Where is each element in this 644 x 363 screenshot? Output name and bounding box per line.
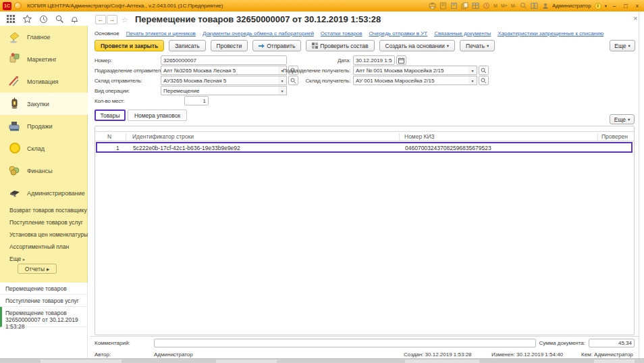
close-window-button[interactable]: × xyxy=(633,3,641,9)
close-document-icon[interactable]: × xyxy=(633,14,637,22)
dropdown-icon[interactable]: ▾ xyxy=(278,86,287,95)
save-file-icon[interactable] xyxy=(450,2,458,9)
grid-check-icon xyxy=(312,43,318,49)
page-tab-packages[interactable]: Номера упаковок xyxy=(128,110,187,121)
history-item[interactable]: Поступление товаров услуг xyxy=(0,295,87,307)
send-button[interactable]: Отправить xyxy=(252,40,301,51)
column-header-kiz[interactable]: Номер КИЗ xyxy=(404,133,435,140)
warehouse-to-label: Склад получатель: xyxy=(263,78,350,84)
restore-button[interactable]: □ xyxy=(622,3,630,9)
favorite-toggle-icon[interactable]: ☆ xyxy=(122,16,128,24)
history-icon[interactable] xyxy=(39,15,48,24)
column-header-row-id[interactable]: Идентификатор строки xyxy=(132,133,194,140)
caret-down-icon[interactable]: ▾ xyxy=(605,3,607,9)
create-based-on-button[interactable]: Создать на основании▾ xyxy=(379,40,455,51)
reports-button[interactable]: Отчеты▸ xyxy=(18,264,57,274)
tab-print-labels[interactable]: Печать этикеток и ценников xyxy=(126,30,196,37)
comment-input[interactable] xyxy=(154,339,536,347)
zoom-icon[interactable] xyxy=(520,2,527,9)
sidebar-command-price-setting[interactable]: Установка цен номенклатуры xyxy=(9,231,88,238)
sidebar-item-administration[interactable]: Администрирование xyxy=(0,182,88,204)
history-item-current[interactable]: Перемещение товаров 32650000007 от 30.12… xyxy=(0,307,87,327)
print-button[interactable]: Печать▾ xyxy=(460,40,495,51)
sidebar-item-sales[interactable]: Продажи xyxy=(0,115,88,137)
titlebar-user-name[interactable]: Администратор xyxy=(552,3,591,9)
tab-main[interactable]: Основное xyxy=(95,30,119,37)
sidebar-item-marketing[interactable]: Маркетинг xyxy=(0,48,88,70)
sidebar-item-main[interactable]: Главное xyxy=(0,26,88,48)
date-input[interactable] xyxy=(353,55,395,65)
sidebar-item-purchases[interactable]: Закупки xyxy=(0,93,88,115)
table-row-selected[interactable]: 1 5c222e0b-17cf-42c1-b636-19e33b9e9e92 0… xyxy=(96,142,633,153)
date-field[interactable] xyxy=(353,55,406,65)
columns-icon[interactable] xyxy=(531,2,538,9)
search-icon[interactable] xyxy=(55,15,64,24)
sidebar-command-assortment-plan[interactable]: Ассортиментный план xyxy=(9,243,69,250)
history-item[interactable]: Перемещение товаров xyxy=(0,283,87,295)
forward-button[interactable]: → xyxy=(107,15,117,24)
tab-lab-exchange-queue[interactable]: Документы очередь обмена с лабораторией xyxy=(203,30,314,37)
minimize-button[interactable]: – xyxy=(610,3,618,9)
page-tab-goods[interactable]: Товары xyxy=(95,110,126,121)
department-to-field[interactable]: ▾ xyxy=(353,66,489,75)
back-button[interactable]: ← xyxy=(95,15,106,24)
places-count-field[interactable] xyxy=(184,96,209,105)
coins-icon xyxy=(7,164,22,178)
dropdown-icon[interactable]: ▾ xyxy=(468,76,477,85)
favorites-star-icon[interactable] xyxy=(23,15,32,24)
sidebar-command-return-to-supplier[interactable]: Возврат товаров поставщику xyxy=(9,207,87,214)
toolbar-more-button[interactable]: Еще▾ xyxy=(610,40,635,51)
menu-grid-icon[interactable] xyxy=(7,15,16,24)
window-right-edge xyxy=(639,11,639,358)
department-from-input[interactable] xyxy=(161,66,278,75)
copy-icon[interactable] xyxy=(461,2,468,9)
sidebar-command-more[interactable]: Еще ▸ xyxy=(9,256,25,262)
sidebar-item-motivation[interactable]: Мотивация xyxy=(0,70,88,93)
tab-related-documents[interactable]: Связанные документы xyxy=(434,30,491,37)
sidebar-command-goods-receipt[interactable]: Поступление товаров услуг xyxy=(9,219,83,226)
taskbar-segment xyxy=(41,360,122,363)
tab-ut-send-queue[interactable]: Очередь отправки в УТ xyxy=(369,30,428,37)
tab-forbidden-characteristics[interactable]: Характеристики запрещенные к списанию xyxy=(498,30,603,37)
calendar-icon[interactable] xyxy=(396,55,406,65)
warehouse-from-input[interactable] xyxy=(161,76,278,85)
tab-goods-remains[interactable]: Остатки товаров xyxy=(321,30,363,37)
author-label: Автор: xyxy=(95,352,111,358)
memory-mminus-button[interactable]: M- xyxy=(511,3,516,8)
places-count-input[interactable] xyxy=(184,96,209,105)
memory-m-button[interactable]: M xyxy=(493,3,498,8)
info-icon[interactable]: i xyxy=(595,3,601,9)
post-and-close-button[interactable]: Провести и закрыть xyxy=(95,40,164,51)
open-magnifier-icon[interactable] xyxy=(479,76,489,85)
window-titlebar: 1С КОПИЯ ЦЕНТРА/Администратор/Софт-Аптек… xyxy=(0,0,644,11)
notifications-bell-icon[interactable] xyxy=(70,15,79,24)
warehouse-to-input[interactable] xyxy=(353,76,468,85)
column-header-checked[interactable]: Проверен xyxy=(601,133,628,140)
sidebar-item-label: Закупки xyxy=(27,101,49,107)
warehouse-to-field[interactable]: ▾ xyxy=(353,76,489,85)
open-magnifier-icon[interactable] xyxy=(479,66,489,75)
operation-type-field[interactable]: ▾ xyxy=(161,86,287,95)
table-icon[interactable] xyxy=(472,2,479,9)
department-to-input[interactable] xyxy=(353,66,468,75)
memory-mplus-button[interactable]: M+ xyxy=(501,3,508,8)
post-button[interactable]: Провести xyxy=(211,40,248,51)
modified-timestamp: Изменен: 30.12.2019 1:54:40 xyxy=(491,352,563,358)
history-clock-icon[interactable] xyxy=(483,2,490,9)
dropdown-icon[interactable]: ▾ xyxy=(468,66,477,75)
table-more-button[interactable]: Еще▾ xyxy=(610,114,635,124)
lantern-icon xyxy=(7,97,22,112)
print-icon[interactable] xyxy=(429,2,436,9)
operation-type-select[interactable] xyxy=(161,86,278,95)
sidebar-item-label: Финансы xyxy=(27,168,53,174)
taskbar-segment xyxy=(216,360,277,363)
cell-n: 1 xyxy=(116,145,119,151)
sidebar-item-warehouse[interactable]: Склад xyxy=(0,137,88,160)
1c-application-window: 1С КОПИЯ ЦЕНТРА/Администратор/Софт-Аптек… xyxy=(0,0,644,363)
column-header-n[interactable]: N xyxy=(107,133,111,140)
check-contents-button[interactable]: Проверить состав xyxy=(306,40,374,51)
preview-icon[interactable] xyxy=(439,2,447,9)
author-value[interactable]: Администратор xyxy=(154,352,193,358)
save-button[interactable]: Записать xyxy=(169,40,205,51)
sidebar-item-finance[interactable]: Финансы xyxy=(0,160,88,182)
